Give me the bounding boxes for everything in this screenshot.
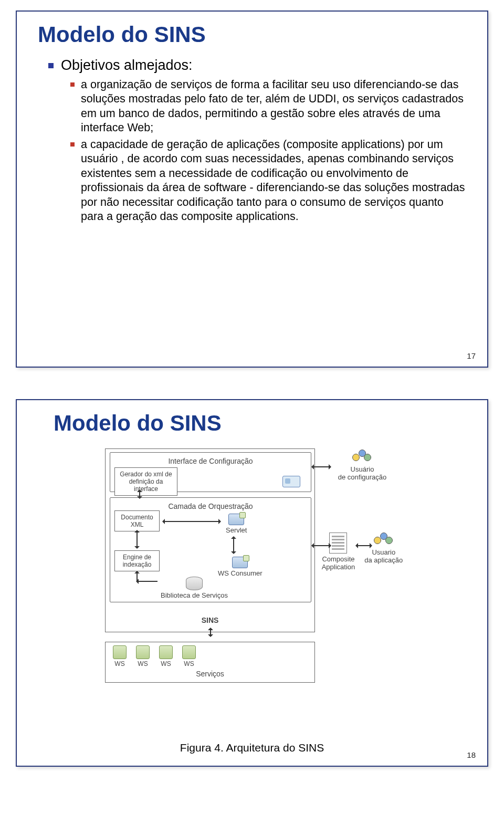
bullet-square-icon <box>48 63 54 68</box>
ws-item: WS <box>182 645 196 667</box>
sins-label: SINS <box>106 616 314 624</box>
database-icon <box>186 577 203 590</box>
slide-title: Modelo do SINS <box>54 411 466 436</box>
users-icon <box>352 450 372 464</box>
orchestration-layer: Camada de Orquestração Documento XML Ser… <box>110 497 311 602</box>
composite-app-label: Composite Application <box>322 555 355 571</box>
interface-config-layer: Interface de Configuração Gerador do xml… <box>110 452 311 492</box>
composite-app: Composite Application <box>322 533 355 571</box>
servlet-label: Servlet <box>226 526 247 534</box>
server-icon <box>232 557 248 568</box>
slide-title: Modelo do SINS <box>38 22 466 47</box>
bullet-text: a capacidade de geração de aplicações (c… <box>81 138 466 224</box>
arrow-icon <box>356 545 372 546</box>
arrow-icon <box>136 530 138 548</box>
bullet-level2: a capacidade de geração de aplicações (c… <box>70 138 466 224</box>
ws-item: WS <box>136 645 150 667</box>
bullet-level2: a organização de serviços de forma a fac… <box>70 78 466 135</box>
gerador-xml-box: Gerador do xml de definição da interface <box>114 467 177 496</box>
card-icon <box>282 476 300 487</box>
arrow-icon <box>233 537 234 554</box>
ws-icon <box>113 645 127 659</box>
biblioteca-node: Biblioteca de Serviços <box>161 577 228 599</box>
ws-item: WS <box>159 645 173 667</box>
arrow-icon <box>163 521 220 522</box>
slide-17: Modelo do SINS Objetivos almejados: a or… <box>16 11 488 368</box>
biblioteca-label: Biblioteca de Serviços <box>161 591 228 599</box>
slide-18: Modelo do SINS Interface de Configuração… <box>16 399 488 767</box>
ws-icon <box>136 645 150 659</box>
layer-label: Camada de Orquestração <box>114 502 307 510</box>
arrow-icon <box>312 545 331 546</box>
layer-label: Interface de Configuração <box>114 457 307 465</box>
figure-caption: Figura 4. Arquitetura do SINS <box>17 742 487 754</box>
arrow-icon <box>312 466 331 467</box>
bullet-text: Objetivos almejados: <box>61 57 193 75</box>
bullet-text: a organização de serviços de forma a fac… <box>81 78 466 135</box>
ws-consumer-node: WS Consumer <box>218 557 262 577</box>
sins-container: Interface de Configuração Gerador do xml… <box>105 448 315 632</box>
bullet-square-icon <box>70 142 75 147</box>
arrow-icon <box>136 581 158 582</box>
servicos-box: WS WS WS WS Serviços <box>105 642 315 683</box>
ws-item: WS <box>113 645 127 667</box>
ws-icon <box>182 645 196 659</box>
arrow-icon <box>139 490 140 498</box>
servicos-label: Serviços <box>110 670 310 678</box>
page-number: 17 <box>467 351 476 360</box>
usuario-app-label: Usuario da aplicação <box>364 548 403 564</box>
bullet-level1: Objetivos almejados: <box>38 57 466 75</box>
users-icon <box>374 533 394 547</box>
ws-consumer-label: WS Consumer <box>218 569 262 577</box>
page-number: 18 <box>467 750 476 759</box>
ws-icon <box>159 645 173 659</box>
servlet-node: Servlet <box>226 514 247 534</box>
usuario-app: Usuario da aplicação <box>364 533 403 571</box>
server-icon <box>228 514 244 525</box>
bullet-square-icon <box>70 82 75 87</box>
arrow-icon <box>210 628 211 636</box>
